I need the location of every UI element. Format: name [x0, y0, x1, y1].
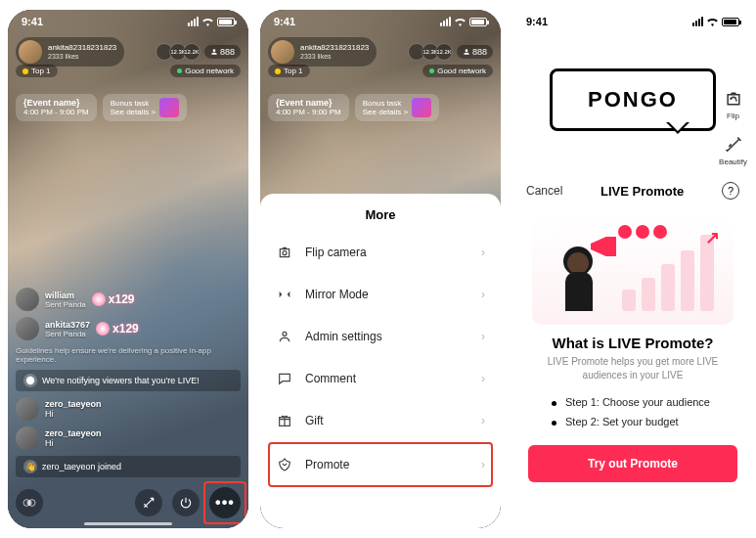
host-avatar	[19, 40, 42, 64]
bubble-text: PONGO	[588, 87, 678, 112]
event-pill[interactable]: {Event name}4:00 PM - 9:00 PM	[268, 94, 349, 121]
cancel-button[interactable]: Cancel	[526, 184, 562, 198]
msg-text: Hi	[45, 438, 54, 448]
speech-bubble: PONGO	[550, 68, 716, 131]
promote-illustration: ↗	[532, 217, 734, 325]
avatar	[16, 397, 39, 421]
phone-more-sheet: 9:41 ankita823182318232333 likes 12.3K 1…	[260, 10, 501, 528]
tool-label: Beautify	[719, 157, 747, 166]
menu-item-comment[interactable]: Comment ›	[274, 358, 487, 400]
ranking-badge[interactable]: Top 1	[268, 65, 310, 77]
menu-item-gift[interactable]: Gift ›	[274, 400, 487, 442]
more-sheet: More Flip camera › Mirror Mode › Admin s…	[260, 194, 501, 528]
step-item: Step 1: Choose your audience	[552, 396, 714, 408]
status-icons	[188, 17, 235, 26]
sender-name: ankita3767	[45, 320, 90, 330]
status-bar: 9:41	[512, 10, 753, 33]
wave-icon: 👋	[23, 460, 37, 473]
host-pill[interactable]: ankita823182318232333 likes	[268, 37, 377, 67]
event-name: {Event name}	[23, 98, 89, 108]
event-row: {Event name}4:00 PM - 9:00 PM Bonus task…	[260, 88, 501, 127]
effects-icon[interactable]	[135, 489, 162, 516]
multiguest-icon[interactable]	[16, 489, 43, 516]
admin-icon	[276, 328, 293, 345]
status-icons	[440, 17, 487, 26]
avatar	[16, 317, 39, 340]
viewers-row[interactable]: 12.3K 12.2K 888	[408, 43, 493, 61]
gift-message: ankita3767 Sent Panda x129	[16, 317, 241, 340]
wifi-icon	[201, 17, 214, 26]
mirror-icon	[276, 286, 293, 303]
notify-row: We're notifying viewers that you're LIVE…	[16, 370, 241, 391]
ranking-badge[interactable]: Top 1	[16, 65, 58, 77]
flip-tool[interactable]: Flip	[719, 88, 747, 120]
bonus-gift-icon	[412, 98, 431, 117]
bonus-pill[interactable]: Bonus taskSee details >	[355, 94, 439, 121]
host-text: ankita82318231823 2333 likes	[48, 44, 116, 60]
status-time: 9:41	[526, 16, 548, 27]
menu-label: Flip camera	[305, 246, 367, 259]
person-illustration	[556, 247, 608, 325]
menu-item-flip[interactable]: Flip camera ›	[274, 232, 487, 274]
flip-icon	[723, 88, 744, 110]
battery-icon	[722, 18, 739, 26]
menu-label: Promote	[305, 458, 349, 471]
beautify-tool[interactable]: Beautify	[719, 134, 747, 166]
bonus-pill[interactable]: Bonus task See details >	[103, 94, 187, 121]
signal-icon	[440, 17, 451, 26]
status-bar: 9:41	[260, 10, 501, 33]
person-icon	[463, 48, 470, 56]
menu-item-mirror[interactable]: Mirror Mode ›	[274, 274, 487, 316]
wifi-icon	[454, 17, 467, 26]
arrow-up-icon: ↗	[705, 227, 720, 248]
event-pill[interactable]: {Event name} 4:00 PM - 9:00 PM	[16, 94, 97, 121]
event-time: 4:00 PM - 9:00 PM	[276, 108, 341, 116]
power-icon[interactable]	[172, 489, 200, 516]
promote-heading: What is LIVE Promote?	[534, 335, 732, 351]
svg-point-3	[283, 332, 287, 336]
chevron-right-icon: ›	[481, 246, 485, 259]
hearts-icon	[618, 225, 667, 239]
status-time: 9:41	[22, 16, 43, 27]
bonus-title: Bonus task	[111, 99, 156, 108]
chevron-right-icon: ›	[481, 458, 485, 471]
help-button[interactable]: ?	[722, 182, 739, 200]
chevron-right-icon: ›	[481, 330, 485, 343]
host-likes: 2333 likes	[300, 53, 369, 61]
gift-count: x129	[109, 292, 135, 306]
side-tools: Flip Beautify	[719, 88, 747, 166]
menu-label: Gift	[305, 414, 324, 427]
signal-icon	[188, 17, 199, 26]
beautify-icon	[723, 134, 744, 156]
host-row: ankita82318231823 2333 likes 12.3K 12.2K…	[16, 37, 241, 67]
bonus-sub: See details >	[111, 108, 156, 116]
phone-promote: PONGO 9:41 Flip Beautify Cancel LIVE Pro…	[512, 10, 753, 528]
gift-icon	[276, 412, 293, 429]
bonus-title: Bonus task	[363, 99, 408, 108]
gift-icon	[92, 292, 106, 306]
join-row: 👋 zero_taeyeon joined	[16, 456, 241, 477]
gift-sub: Sent Panda	[45, 300, 86, 309]
avatar	[16, 426, 39, 450]
try-promote-button[interactable]: Try out Promote	[528, 445, 737, 482]
menu-item-promote[interactable]: Promote ›	[268, 442, 493, 487]
status-bar: 9:41	[8, 10, 248, 33]
top-area: PONGO	[512, 10, 753, 176]
msg-text: Hi	[45, 409, 54, 419]
phone-live: 9:41 ankita82318231823 2333 likes 12.3K …	[8, 10, 248, 528]
guideline-text: Guidelines help ensure we're delivering …	[16, 346, 241, 364]
growth-bars-icon	[622, 235, 714, 311]
person-icon	[210, 48, 218, 56]
viewer-count: 888	[457, 45, 493, 59]
chat-area: william Sent Panda x129 ankita3767 Sent …	[16, 288, 241, 477]
sheet-body: What is LIVE Promote? LIVE Promote helps…	[512, 335, 753, 427]
host-avatar	[271, 40, 294, 64]
host-pill[interactable]: ankita82318231823 2333 likes	[16, 37, 124, 67]
chevron-right-icon: ›	[481, 288, 485, 301]
menu-label: Comment	[305, 372, 356, 385]
viewers-row[interactable]: 12.3K 12.2K 888	[156, 43, 241, 61]
menu-item-admin[interactable]: Admin settings ›	[274, 316, 487, 358]
battery-icon	[469, 18, 487, 26]
gift-sub: Sent Panda	[45, 330, 90, 338]
bonus-gift-icon	[159, 98, 179, 117]
